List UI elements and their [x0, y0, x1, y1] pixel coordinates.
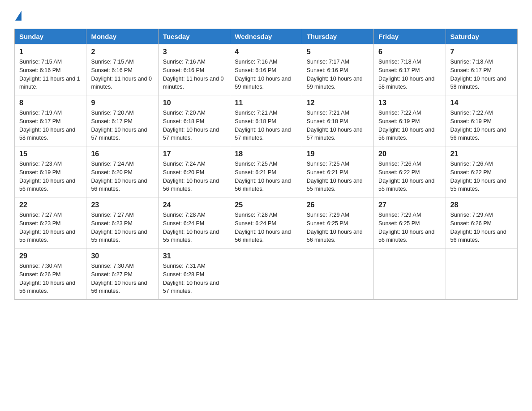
logo-triangle-icon	[15, 11, 21, 21]
day-info: Sunrise: 7:15 AMSunset: 6:16 PMDaylight:…	[91, 58, 153, 91]
logo-text	[14, 11, 22, 21]
day-info: Sunrise: 7:18 AMSunset: 6:17 PMDaylight:…	[450, 58, 513, 91]
day-info: Sunrise: 7:17 AMSunset: 6:16 PMDaylight:…	[307, 58, 369, 91]
day-info: Sunrise: 7:30 AMSunset: 6:27 PMDaylight:…	[91, 262, 153, 295]
day-info: Sunrise: 7:21 AMSunset: 6:18 PMDaylight:…	[307, 109, 369, 142]
day-number: 3	[163, 48, 225, 56]
calendar-cell: 11Sunrise: 7:21 AMSunset: 6:18 PMDayligh…	[230, 95, 302, 146]
calendar-cell: 27Sunrise: 7:29 AMSunset: 6:25 PMDayligh…	[374, 197, 446, 248]
day-info: Sunrise: 7:26 AMSunset: 6:22 PMDaylight:…	[450, 160, 513, 193]
calendar-week-row: 1Sunrise: 7:15 AMSunset: 6:16 PMDaylight…	[15, 44, 518, 95]
calendar-week-row: 15Sunrise: 7:23 AMSunset: 6:19 PMDayligh…	[15, 146, 518, 197]
calendar-cell: 15Sunrise: 7:23 AMSunset: 6:19 PMDayligh…	[15, 146, 86, 197]
calendar-header-row: SundayMondayTuesdayWednesdayThursdayFrid…	[15, 29, 518, 44]
day-number: 16	[91, 150, 153, 158]
page-header	[14, 11, 518, 21]
calendar-cell: 21Sunrise: 7:26 AMSunset: 6:22 PMDayligh…	[446, 146, 517, 197]
day-info: Sunrise: 7:27 AMSunset: 6:23 PMDaylight:…	[91, 211, 153, 244]
day-number: 21	[450, 150, 513, 158]
calendar-cell: 9Sunrise: 7:20 AMSunset: 6:17 PMDaylight…	[86, 95, 158, 146]
day-info: Sunrise: 7:24 AMSunset: 6:20 PMDaylight:…	[163, 160, 225, 193]
day-number: 15	[19, 150, 82, 158]
day-info: Sunrise: 7:21 AMSunset: 6:18 PMDaylight:…	[235, 109, 297, 142]
calendar-cell: 30Sunrise: 7:30 AMSunset: 6:27 PMDayligh…	[86, 248, 158, 300]
day-number: 13	[378, 99, 441, 107]
calendar-cell: 18Sunrise: 7:25 AMSunset: 6:21 PMDayligh…	[230, 146, 302, 197]
calendar-cell: 22Sunrise: 7:27 AMSunset: 6:23 PMDayligh…	[15, 197, 86, 248]
day-info: Sunrise: 7:20 AMSunset: 6:18 PMDaylight:…	[163, 109, 225, 142]
calendar-cell: 17Sunrise: 7:24 AMSunset: 6:20 PMDayligh…	[158, 146, 230, 197]
calendar-cell: 23Sunrise: 7:27 AMSunset: 6:23 PMDayligh…	[86, 197, 158, 248]
day-info: Sunrise: 7:27 AMSunset: 6:23 PMDaylight:…	[19, 211, 82, 244]
calendar-cell: 29Sunrise: 7:30 AMSunset: 6:26 PMDayligh…	[15, 248, 86, 300]
day-number: 18	[235, 150, 297, 158]
day-info: Sunrise: 7:25 AMSunset: 6:21 PMDaylight:…	[235, 160, 297, 193]
calendar-cell: 2Sunrise: 7:15 AMSunset: 6:16 PMDaylight…	[86, 44, 158, 95]
day-number: 12	[307, 99, 369, 107]
day-info: Sunrise: 7:22 AMSunset: 6:19 PMDaylight:…	[450, 109, 513, 142]
day-number: 7	[450, 48, 513, 56]
calendar-cell: 20Sunrise: 7:26 AMSunset: 6:22 PMDayligh…	[374, 146, 446, 197]
day-number: 31	[163, 252, 225, 260]
day-number: 8	[19, 99, 82, 107]
day-info: Sunrise: 7:28 AMSunset: 6:24 PMDaylight:…	[235, 211, 297, 244]
calendar-cell: 7Sunrise: 7:18 AMSunset: 6:17 PMDaylight…	[446, 44, 517, 95]
day-info: Sunrise: 7:22 AMSunset: 6:19 PMDaylight:…	[378, 109, 441, 142]
calendar-cell: 8Sunrise: 7:19 AMSunset: 6:17 PMDaylight…	[15, 95, 86, 146]
day-number: 20	[378, 150, 441, 158]
calendar-cell: 28Sunrise: 7:29 AMSunset: 6:26 PMDayligh…	[446, 197, 517, 248]
calendar-cell: 10Sunrise: 7:20 AMSunset: 6:18 PMDayligh…	[158, 95, 230, 146]
day-number: 5	[307, 48, 369, 56]
day-info: Sunrise: 7:24 AMSunset: 6:20 PMDaylight:…	[91, 160, 153, 193]
day-info: Sunrise: 7:30 AMSunset: 6:26 PMDaylight:…	[19, 262, 82, 295]
calendar-table: SundayMondayTuesdayWednesdayThursdayFrid…	[14, 29, 518, 300]
calendar-week-row: 22Sunrise: 7:27 AMSunset: 6:23 PMDayligh…	[15, 197, 518, 248]
day-number: 9	[91, 99, 153, 107]
calendar-cell	[230, 248, 302, 300]
day-number: 29	[19, 252, 82, 260]
day-number: 27	[378, 201, 441, 209]
calendar-cell: 5Sunrise: 7:17 AMSunset: 6:16 PMDaylight…	[302, 44, 373, 95]
day-number: 23	[91, 201, 153, 209]
day-info: Sunrise: 7:25 AMSunset: 6:21 PMDaylight:…	[307, 160, 369, 193]
calendar-cell: 3Sunrise: 7:16 AMSunset: 6:16 PMDaylight…	[158, 44, 230, 95]
calendar-cell: 16Sunrise: 7:24 AMSunset: 6:20 PMDayligh…	[86, 146, 158, 197]
day-number: 14	[450, 99, 513, 107]
calendar-cell: 4Sunrise: 7:16 AMSunset: 6:16 PMDaylight…	[230, 44, 302, 95]
calendar-cell: 31Sunrise: 7:31 AMSunset: 6:28 PMDayligh…	[158, 248, 230, 300]
calendar-cell: 25Sunrise: 7:28 AMSunset: 6:24 PMDayligh…	[230, 197, 302, 248]
col-header-wednesday: Wednesday	[230, 29, 302, 44]
day-info: Sunrise: 7:20 AMSunset: 6:17 PMDaylight:…	[91, 109, 153, 142]
day-number: 17	[163, 150, 225, 158]
day-number: 25	[235, 201, 297, 209]
calendar-cell: 26Sunrise: 7:29 AMSunset: 6:25 PMDayligh…	[302, 197, 373, 248]
day-number: 4	[235, 48, 297, 56]
day-info: Sunrise: 7:29 AMSunset: 6:25 PMDaylight:…	[307, 211, 369, 244]
day-info: Sunrise: 7:29 AMSunset: 6:25 PMDaylight:…	[378, 211, 441, 244]
day-number: 10	[163, 99, 225, 107]
calendar-cell: 1Sunrise: 7:15 AMSunset: 6:16 PMDaylight…	[15, 44, 86, 95]
calendar-week-row: 8Sunrise: 7:19 AMSunset: 6:17 PMDaylight…	[15, 95, 518, 146]
day-info: Sunrise: 7:29 AMSunset: 6:26 PMDaylight:…	[450, 211, 513, 244]
col-header-saturday: Saturday	[446, 29, 517, 44]
calendar-cell: 14Sunrise: 7:22 AMSunset: 6:19 PMDayligh…	[446, 95, 517, 146]
day-info: Sunrise: 7:18 AMSunset: 6:17 PMDaylight:…	[378, 58, 441, 91]
day-info: Sunrise: 7:23 AMSunset: 6:19 PMDaylight:…	[19, 160, 82, 193]
col-header-monday: Monday	[86, 29, 158, 44]
day-number: 2	[91, 48, 153, 56]
col-header-tuesday: Tuesday	[158, 29, 230, 44]
day-info: Sunrise: 7:19 AMSunset: 6:17 PMDaylight:…	[19, 109, 82, 142]
calendar-cell: 13Sunrise: 7:22 AMSunset: 6:19 PMDayligh…	[374, 95, 446, 146]
day-number: 6	[378, 48, 441, 56]
calendar-cell: 24Sunrise: 7:28 AMSunset: 6:24 PMDayligh…	[158, 197, 230, 248]
day-number: 26	[307, 201, 369, 209]
day-number: 11	[235, 99, 297, 107]
col-header-thursday: Thursday	[302, 29, 373, 44]
day-number: 24	[163, 201, 225, 209]
calendar-cell	[374, 248, 446, 300]
col-header-friday: Friday	[374, 29, 446, 44]
logo	[14, 11, 22, 21]
day-info: Sunrise: 7:16 AMSunset: 6:16 PMDaylight:…	[163, 58, 225, 91]
calendar-cell: 6Sunrise: 7:18 AMSunset: 6:17 PMDaylight…	[374, 44, 446, 95]
day-info: Sunrise: 7:15 AMSunset: 6:16 PMDaylight:…	[19, 58, 82, 91]
